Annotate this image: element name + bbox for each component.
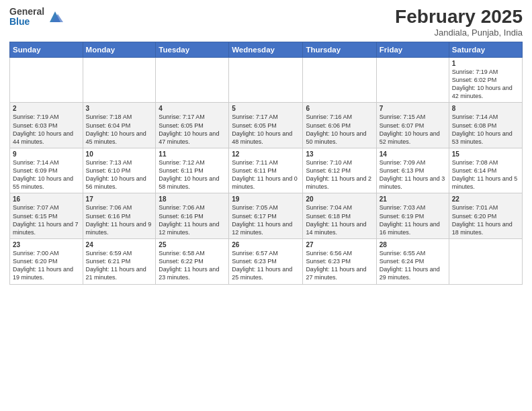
calendar-cell: 14Sunrise: 7:09 AM Sunset: 6:13 PM Dayli… [376,148,449,193]
calendar-cell [449,239,522,285]
day-number: 9 [13,150,80,158]
calendar-cell [83,57,156,103]
day-info: Sunrise: 7:09 AM Sunset: 6:13 PM Dayligh… [380,158,446,191]
logo-general: General [9,7,44,17]
calendar-cell: 5Sunrise: 7:17 AM Sunset: 6:05 PM Daylig… [229,103,303,148]
logo-blue: Blue [9,17,44,27]
calendar-cell: 12Sunrise: 7:11 AM Sunset: 6:11 PM Dayli… [229,148,303,193]
day-number: 12 [232,150,300,158]
day-number: 19 [232,195,300,203]
day-info: Sunrise: 7:12 AM Sunset: 6:11 PM Dayligh… [159,158,226,191]
day-info: Sunrise: 7:15 AM Sunset: 6:07 PM Dayligh… [380,113,446,146]
day-number: 3 [86,105,153,112]
calendar-cell: 6Sunrise: 7:16 AM Sunset: 6:06 PM Daylig… [303,103,376,148]
calendar-cell: 21Sunrise: 7:03 AM Sunset: 6:19 PM Dayli… [376,193,449,239]
calendar-cell: 17Sunrise: 7:06 AM Sunset: 6:16 PM Dayli… [83,193,156,239]
calendar-cell: 13Sunrise: 7:10 AM Sunset: 6:12 PM Dayli… [303,148,376,193]
day-number: 4 [159,105,226,112]
calendar-cell [156,57,229,103]
calendar-cell: 20Sunrise: 7:04 AM Sunset: 6:18 PM Dayli… [303,193,376,239]
day-info: Sunrise: 7:00 AM Sunset: 6:20 PM Dayligh… [13,249,80,282]
day-number: 21 [380,195,446,203]
day-number: 2 [13,105,80,112]
day-number: 14 [380,150,446,158]
calendar-cell: 19Sunrise: 7:05 AM Sunset: 6:17 PM Dayli… [229,193,303,239]
calendar-cell: 9Sunrise: 7:14 AM Sunset: 6:09 PM Daylig… [10,148,83,193]
weekday-header-tuesday: Tuesday [156,42,229,57]
header: General Blue February 2025 Jandiala, Pun… [9,7,523,38]
week-row-2: 2Sunrise: 7:19 AM Sunset: 6:03 PM Daylig… [10,103,523,148]
calendar-cell: 24Sunrise: 6:59 AM Sunset: 6:21 PM Dayli… [83,239,156,285]
day-info: Sunrise: 7:04 AM Sunset: 6:18 PM Dayligh… [306,203,373,236]
day-number: 1 [452,60,519,67]
calendar-cell: 2Sunrise: 7:19 AM Sunset: 6:03 PM Daylig… [10,103,83,148]
day-number: 22 [452,195,519,203]
calendar-cell [10,57,83,103]
day-number: 27 [306,241,373,248]
day-number: 25 [159,241,226,248]
day-info: Sunrise: 7:07 AM Sunset: 6:15 PM Dayligh… [13,203,80,236]
calendar-cell: 22Sunrise: 7:01 AM Sunset: 6:20 PM Dayli… [449,193,522,239]
calendar-cell: 23Sunrise: 7:00 AM Sunset: 6:20 PM Dayli… [10,239,83,285]
day-info: Sunrise: 7:06 AM Sunset: 6:16 PM Dayligh… [86,203,153,236]
day-info: Sunrise: 7:17 AM Sunset: 6:05 PM Dayligh… [232,113,300,146]
day-number: 10 [86,150,153,158]
day-info: Sunrise: 7:13 AM Sunset: 6:10 PM Dayligh… [86,158,153,191]
calendar-cell: 18Sunrise: 7:06 AM Sunset: 6:16 PM Dayli… [156,193,229,239]
day-info: Sunrise: 6:56 AM Sunset: 6:23 PM Dayligh… [306,249,373,282]
calendar-cell [303,57,376,103]
day-number: 13 [306,150,373,158]
calendar-cell: 1Sunrise: 7:19 AM Sunset: 6:02 PM Daylig… [449,57,522,103]
calendar-body: 1Sunrise: 7:19 AM Sunset: 6:02 PM Daylig… [10,57,523,284]
calendar-cell: 28Sunrise: 6:55 AM Sunset: 6:24 PM Dayli… [376,239,449,285]
calendar: SundayMondayTuesdayWednesdayThursdayFrid… [9,42,523,285]
title-block: February 2025 Jandiala, Punjab, India [395,7,523,38]
day-number: 20 [306,195,373,203]
weekday-header-monday: Monday [83,42,156,57]
day-info: Sunrise: 7:14 AM Sunset: 6:09 PM Dayligh… [13,158,80,191]
weekday-header-sunday: Sunday [10,42,83,57]
calendar-cell [376,57,449,103]
day-info: Sunrise: 7:17 AM Sunset: 6:05 PM Dayligh… [159,113,226,146]
calendar-cell: 15Sunrise: 7:08 AM Sunset: 6:14 PM Dayli… [449,148,522,193]
logo-text: General Blue [9,7,44,28]
weekday-header-wednesday: Wednesday [229,42,303,57]
day-number: 7 [380,105,446,112]
day-number: 8 [452,105,519,112]
day-info: Sunrise: 7:11 AM Sunset: 6:11 PM Dayligh… [232,158,300,191]
day-number: 23 [13,241,80,248]
day-info: Sunrise: 7:06 AM Sunset: 6:16 PM Dayligh… [159,203,226,236]
day-info: Sunrise: 7:10 AM Sunset: 6:12 PM Dayligh… [306,158,373,191]
location: Jandiala, Punjab, India [395,28,523,38]
day-number: 16 [13,195,80,203]
day-info: Sunrise: 7:05 AM Sunset: 6:17 PM Dayligh… [232,203,300,236]
week-row-4: 16Sunrise: 7:07 AM Sunset: 6:15 PM Dayli… [10,193,523,239]
day-number: 26 [232,241,300,248]
day-info: Sunrise: 7:19 AM Sunset: 6:02 PM Dayligh… [452,68,519,101]
calendar-cell: 25Sunrise: 6:58 AM Sunset: 6:22 PM Dayli… [156,239,229,285]
month-year: February 2025 [395,7,523,28]
calendar-cell: 3Sunrise: 7:18 AM Sunset: 6:04 PM Daylig… [83,103,156,148]
weekday-header-friday: Friday [376,42,449,57]
day-info: Sunrise: 6:58 AM Sunset: 6:22 PM Dayligh… [159,249,226,282]
day-number: 6 [306,105,373,112]
calendar-cell: 4Sunrise: 7:17 AM Sunset: 6:05 PM Daylig… [156,103,229,148]
day-info: Sunrise: 6:55 AM Sunset: 6:24 PM Dayligh… [380,249,446,282]
weekday-header: SundayMondayTuesdayWednesdayThursdayFrid… [10,42,523,57]
day-info: Sunrise: 7:08 AM Sunset: 6:14 PM Dayligh… [452,158,519,191]
calendar-cell: 26Sunrise: 6:57 AM Sunset: 6:23 PM Dayli… [229,239,303,285]
week-row-3: 9Sunrise: 7:14 AM Sunset: 6:09 PM Daylig… [10,148,523,193]
calendar-cell: 10Sunrise: 7:13 AM Sunset: 6:10 PM Dayli… [83,148,156,193]
day-info: Sunrise: 6:57 AM Sunset: 6:23 PM Dayligh… [232,249,300,282]
calendar-cell [229,57,303,103]
logo-icon [46,7,64,26]
weekday-header-thursday: Thursday [303,42,376,57]
day-info: Sunrise: 7:03 AM Sunset: 6:19 PM Dayligh… [380,203,446,236]
day-number: 17 [86,195,153,203]
day-number: 15 [452,150,519,158]
calendar-cell: 27Sunrise: 6:56 AM Sunset: 6:23 PM Dayli… [303,239,376,285]
calendar-cell: 16Sunrise: 7:07 AM Sunset: 6:15 PM Dayli… [10,193,83,239]
day-info: Sunrise: 7:19 AM Sunset: 6:03 PM Dayligh… [13,113,80,146]
day-info: Sunrise: 7:01 AM Sunset: 6:20 PM Dayligh… [452,203,519,236]
calendar-cell: 7Sunrise: 7:15 AM Sunset: 6:07 PM Daylig… [376,103,449,148]
